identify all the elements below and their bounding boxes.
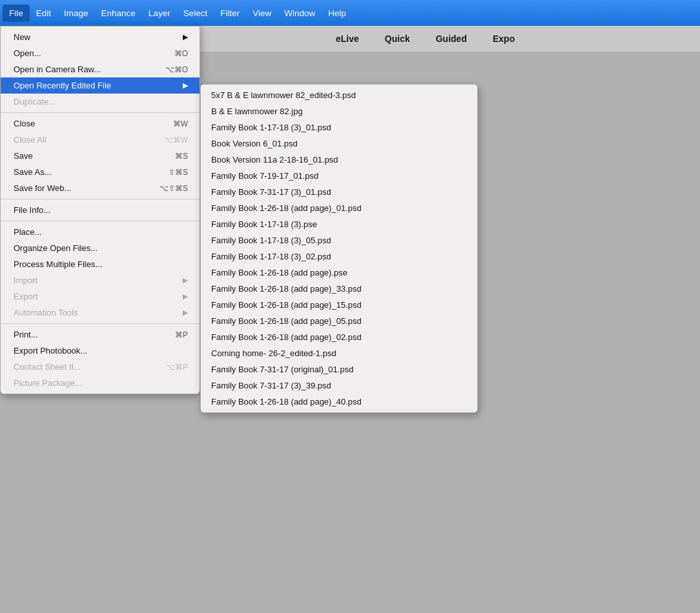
menu-help[interactable]: Help xyxy=(322,5,353,22)
menu-view[interactable]: View xyxy=(246,5,278,22)
menu-item-close-all-label: Close All xyxy=(14,135,46,145)
menu-item-file-info[interactable]: File Info... xyxy=(1,202,200,218)
menu-item-open-camera-raw-label: Open in Camera Raw... xyxy=(14,65,101,74)
menu-item-save-for-web-shortcut: ⌥⇧⌘S xyxy=(160,184,188,193)
menu-item-export-label: Export xyxy=(14,292,38,301)
recently-edited-item[interactable]: Coming home- 26-2_edited-1.psd xyxy=(201,345,477,361)
file-menu: New ▶ Open... ⌘O Open in Camera Raw... ⌥… xyxy=(0,26,200,394)
menu-item-export-photobook-label: Export Photobook... xyxy=(14,346,87,356)
menu-item-save-as[interactable]: Save As... ⇧⌘S xyxy=(1,164,200,180)
divider-4 xyxy=(1,323,200,324)
menu-window[interactable]: Window xyxy=(278,5,322,22)
menu-select[interactable]: Select xyxy=(177,5,214,22)
tab-bar: eLive Quick Guided Expo xyxy=(200,26,700,52)
menu-item-contact-sheet-shortcut: ⌥⌘P xyxy=(166,363,188,372)
menu-item-close-label: Close xyxy=(14,119,35,128)
tab-quick[interactable]: Quick xyxy=(378,30,417,48)
menu-item-close[interactable]: Close ⌘W xyxy=(1,116,200,132)
divider-2 xyxy=(1,199,200,199)
recently-edited-item[interactable]: Family Book 7-19-17_01.psd xyxy=(201,168,477,184)
recently-edited-item[interactable]: Family Book 7-31-17 (3)_39.psd xyxy=(201,377,477,394)
menu-item-automation-tools-label: Automation Tools xyxy=(14,308,78,317)
tab-elive[interactable]: eLive xyxy=(329,30,365,48)
recently-edited-item[interactable]: 5x7 B & E lawnmower 82_edited-3.psd xyxy=(201,87,477,103)
menu-item-place[interactable]: Place... xyxy=(1,224,200,240)
menu-item-open-camera-raw-shortcut: ⌥⌘O xyxy=(165,65,188,74)
menu-item-file-info-label: File Info... xyxy=(14,205,50,215)
menu-item-print-label: Print... xyxy=(14,330,38,339)
menu-item-close-shortcut: ⌘W xyxy=(173,119,188,128)
menu-item-new-arrow: ▶ xyxy=(183,33,188,41)
menu-item-automation-tools: Automation Tools ▶ xyxy=(1,305,200,321)
menu-filter[interactable]: Filter xyxy=(214,5,246,22)
menu-item-duplicate: Duplicate... xyxy=(1,94,200,110)
menu-item-export: Export ▶ xyxy=(1,288,200,305)
recently-edited-item[interactable]: B & E lawnmower 82.jpg xyxy=(201,103,477,119)
recently-edited-item[interactable]: Family Book 1-17-18 (3)_02.psd xyxy=(201,248,477,265)
recently-edited-item[interactable]: Family Book 1-26-18 (add page)_05.psd xyxy=(201,313,477,329)
menu-item-print[interactable]: Print... ⌘P xyxy=(1,327,200,343)
recently-edited-item[interactable]: Book Version 11a 2-18-16_01.psd xyxy=(201,152,477,168)
menu-item-contact-sheet: Contact Sheet II... ⌥⌘P xyxy=(1,359,200,375)
menu-item-place-label: Place... xyxy=(14,227,41,237)
recently-edited-item[interactable]: Family Book 7-31-17 (original)_01.psd xyxy=(201,361,477,377)
recently-edited-item[interactable]: Family Book 1-26-18 (add page)_15.psd xyxy=(201,297,477,313)
recently-edited-item[interactable]: Family Book 1-26-18 (add page).pse xyxy=(201,265,477,281)
recently-edited-item[interactable]: Family Book 1-17-18 (3)_01.psd xyxy=(201,119,477,136)
menu-item-duplicate-label: Duplicate... xyxy=(14,97,56,106)
menu-item-open-label: Open... xyxy=(14,48,41,58)
menu-item-organize-open[interactable]: Organize Open Files... xyxy=(1,240,200,256)
menu-item-open-recently-label: Open Recently Edited File xyxy=(14,81,111,90)
menu-item-print-shortcut: ⌘P xyxy=(175,330,188,339)
menu-item-open-recently-arrow: ▶ xyxy=(183,81,188,90)
menu-item-export-photobook[interactable]: Export Photobook... xyxy=(1,343,200,359)
menu-item-picture-package: Picture Package... xyxy=(1,375,200,391)
menu-item-save-shortcut: ⌘S xyxy=(175,152,188,161)
menu-item-open[interactable]: Open... ⌘O xyxy=(1,45,200,61)
menu-item-save-for-web[interactable]: Save for Web... ⌥⇧⌘S xyxy=(1,180,200,196)
menu-layer[interactable]: Layer xyxy=(142,5,177,22)
recently-edited-item[interactable]: Family Book 1-17-18 (3).pse xyxy=(201,216,477,232)
menu-image[interactable]: Image xyxy=(57,5,95,22)
recently-edited-item[interactable]: Family Book 7-31-17 (3)_01.psd xyxy=(201,184,477,200)
menu-enhance[interactable]: Enhance xyxy=(95,5,142,22)
menu-item-close-all-shortcut: ⌥⌘W xyxy=(164,136,188,145)
menu-item-contact-sheet-label: Contact Sheet II... xyxy=(14,362,81,372)
menu-item-process-multiple-label: Process Multiple Files... xyxy=(14,259,102,269)
recently-edited-item[interactable]: Book Version 6_01.psd xyxy=(201,136,477,152)
menu-bar: File Edit Image Enhance Layer Select Fil… xyxy=(0,0,700,26)
menu-item-import: Import ▶ xyxy=(1,272,200,288)
menu-item-import-arrow: ▶ xyxy=(183,276,188,285)
menu-edit[interactable]: Edit xyxy=(30,5,57,22)
menu-item-open-recently[interactable]: Open Recently Edited File ▶ xyxy=(1,77,200,94)
divider-3 xyxy=(1,221,200,221)
recently-edited-item[interactable]: Family Book 1-26-18 (add page)_01.psd xyxy=(201,200,477,216)
menu-item-save-for-web-label: Save for Web... xyxy=(14,183,71,193)
recently-edited-submenu: 5x7 B & E lawnmower 82_edited-3.psdB & E… xyxy=(200,84,478,413)
menu-item-export-arrow: ▶ xyxy=(183,292,188,301)
recently-edited-item[interactable]: Family Book 1-26-18 (add page)_33.psd xyxy=(201,281,477,297)
recently-edited-item[interactable]: Family Book 1-26-18 (add page)_02.psd xyxy=(201,329,477,345)
menu-item-process-multiple[interactable]: Process Multiple Files... xyxy=(1,256,200,272)
menu-item-new-label: New xyxy=(14,32,30,42)
recently-edited-item[interactable]: Family Book 1-26-18 (add page)_40.psd xyxy=(201,394,477,410)
tab-expo[interactable]: Expo xyxy=(486,30,521,48)
tab-guided[interactable]: Guided xyxy=(429,30,473,48)
menu-item-close-all: Close All ⌥⌘W xyxy=(1,132,200,148)
menu-item-organize-open-label: Organize Open Files... xyxy=(14,243,98,253)
menu-item-save[interactable]: Save ⌘S xyxy=(1,148,200,164)
recently-edited-item[interactable]: Family Book 1-17-18 (3)_05.psd xyxy=(201,232,477,248)
menu-item-import-label: Import xyxy=(14,276,37,285)
menu-item-open-shortcut: ⌘O xyxy=(174,49,188,58)
divider-1 xyxy=(1,112,200,113)
menu-item-open-camera-raw[interactable]: Open in Camera Raw... ⌥⌘O xyxy=(1,61,200,77)
menu-item-save-as-label: Save As... xyxy=(14,167,52,177)
menu-item-automation-tools-arrow: ▶ xyxy=(183,308,188,317)
menu-file[interactable]: File xyxy=(3,5,30,22)
menu-item-picture-package-label: Picture Package... xyxy=(14,378,82,388)
menu-item-save-as-shortcut: ⇧⌘S xyxy=(169,168,188,177)
menu-item-save-label: Save xyxy=(14,151,33,161)
menu-item-new[interactable]: New ▶ xyxy=(1,29,200,45)
